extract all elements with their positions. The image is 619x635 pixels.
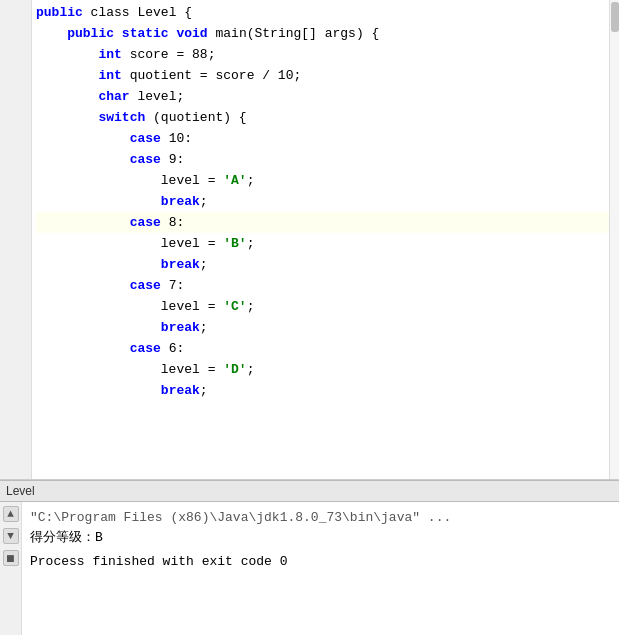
console-area: ▲ ▼ ⏹ "C:\Program Files (x86)\Java\jdk1.… (0, 502, 619, 635)
code-line: break; (36, 254, 615, 275)
console-sidebar: ▲ ▼ ⏹ (0, 502, 22, 635)
console-output: "C:\Program Files (x86)\Java\jdk1.8.0_73… (22, 502, 619, 635)
code-line: level = 'B'; (36, 233, 615, 254)
code-line: int score = 88; (36, 44, 615, 65)
code-line: int quotient = score / 10; (36, 65, 615, 86)
code-line: public class Level { (36, 2, 615, 23)
vertical-scrollbar[interactable] (609, 0, 619, 479)
code-line: case 9: (36, 149, 615, 170)
editor-area: public class Level { public static void … (0, 0, 619, 480)
code-content[interactable]: public class Level { public static void … (32, 0, 619, 479)
console-path-line: "C:\Program Files (x86)\Java\jdk1.8.0_73… (30, 508, 611, 528)
status-bar: Level (0, 480, 619, 502)
code-line: break; (36, 380, 615, 401)
scrollbar-thumb[interactable] (611, 2, 619, 32)
code-line: break; (36, 191, 615, 212)
code-line: case 6: (36, 338, 615, 359)
code-line: case 7: (36, 275, 615, 296)
console-finish-line: Process finished with exit code 0 (30, 552, 611, 572)
code-line: level = 'D'; (36, 359, 615, 380)
code-line: public static void main(String[] args) { (36, 23, 615, 44)
code-line: break; (36, 317, 615, 338)
scroll-up-button[interactable]: ▲ (3, 506, 19, 522)
status-label: Level (6, 484, 35, 498)
code-line: level = 'A'; (36, 170, 615, 191)
code-line: level = 'C'; (36, 296, 615, 317)
code-line: switch (quotient) { (36, 107, 615, 128)
line-numbers (0, 0, 32, 479)
code-line: char level; (36, 86, 615, 107)
code-line: case 8: (36, 212, 615, 233)
code-line: case 10: (36, 128, 615, 149)
stop-button[interactable]: ⏹ (3, 550, 19, 566)
scroll-down-button[interactable]: ▼ (3, 528, 19, 544)
console-output-line: 得分等级：B (30, 528, 611, 548)
